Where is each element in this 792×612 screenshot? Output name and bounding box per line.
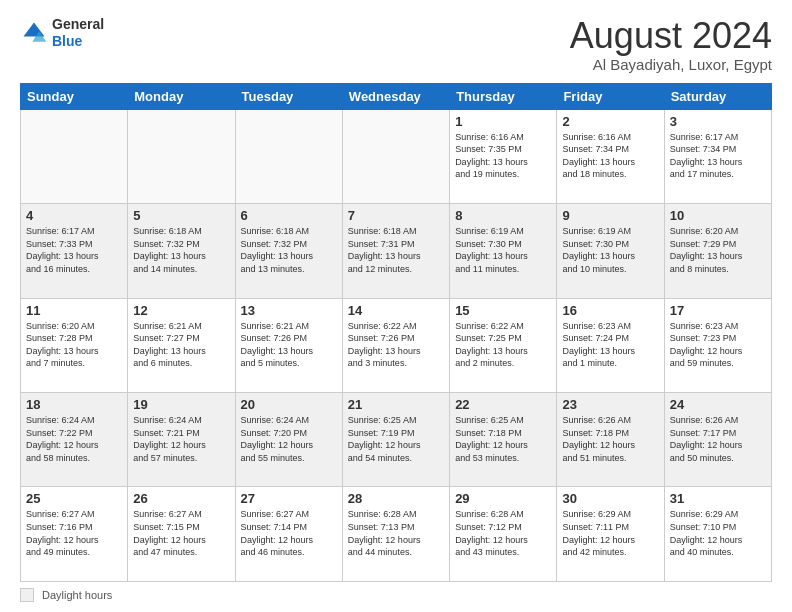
col-sunday: Sunday [21,83,128,109]
day-info: Sunrise: 6:18 AM Sunset: 7:32 PM Dayligh… [133,225,229,275]
day-number: 5 [133,208,229,223]
day-number: 14 [348,303,444,318]
day-number: 20 [241,397,337,412]
col-wednesday: Wednesday [342,83,449,109]
day-number: 27 [241,491,337,506]
day-info: Sunrise: 6:16 AM Sunset: 7:35 PM Dayligh… [455,131,551,181]
day-cell [21,109,128,203]
day-info: Sunrise: 6:27 AM Sunset: 7:15 PM Dayligh… [133,508,229,558]
day-number: 2 [562,114,658,129]
col-saturday: Saturday [664,83,771,109]
day-info: Sunrise: 6:21 AM Sunset: 7:27 PM Dayligh… [133,320,229,370]
day-number: 30 [562,491,658,506]
day-number: 17 [670,303,766,318]
day-number: 15 [455,303,551,318]
logo: General Blue [20,16,104,50]
day-cell [342,109,449,203]
day-info: Sunrise: 6:25 AM Sunset: 7:19 PM Dayligh… [348,414,444,464]
logo-icon [20,19,48,47]
day-number: 16 [562,303,658,318]
day-cell: 19Sunrise: 6:24 AM Sunset: 7:21 PM Dayli… [128,393,235,487]
day-info: Sunrise: 6:18 AM Sunset: 7:31 PM Dayligh… [348,225,444,275]
day-cell: 10Sunrise: 6:20 AM Sunset: 7:29 PM Dayli… [664,204,771,298]
day-cell: 28Sunrise: 6:28 AM Sunset: 7:13 PM Dayli… [342,487,449,582]
day-cell: 24Sunrise: 6:26 AM Sunset: 7:17 PM Dayli… [664,393,771,487]
day-cell: 4Sunrise: 6:17 AM Sunset: 7:33 PM Daylig… [21,204,128,298]
day-cell: 1Sunrise: 6:16 AM Sunset: 7:35 PM Daylig… [450,109,557,203]
day-cell [235,109,342,203]
day-info: Sunrise: 6:29 AM Sunset: 7:10 PM Dayligh… [670,508,766,558]
day-number: 28 [348,491,444,506]
day-info: Sunrise: 6:16 AM Sunset: 7:34 PM Dayligh… [562,131,658,181]
daylight-legend-box [20,588,34,602]
logo-text: General Blue [52,16,104,50]
day-info: Sunrise: 6:19 AM Sunset: 7:30 PM Dayligh… [455,225,551,275]
day-number: 22 [455,397,551,412]
day-info: Sunrise: 6:28 AM Sunset: 7:13 PM Dayligh… [348,508,444,558]
day-number: 25 [26,491,122,506]
day-number: 9 [562,208,658,223]
day-info: Sunrise: 6:26 AM Sunset: 7:18 PM Dayligh… [562,414,658,464]
day-number: 11 [26,303,122,318]
day-info: Sunrise: 6:19 AM Sunset: 7:30 PM Dayligh… [562,225,658,275]
day-cell [128,109,235,203]
col-tuesday: Tuesday [235,83,342,109]
footer: Daylight hours [20,588,772,602]
day-cell: 6Sunrise: 6:18 AM Sunset: 7:32 PM Daylig… [235,204,342,298]
day-cell: 2Sunrise: 6:16 AM Sunset: 7:34 PM Daylig… [557,109,664,203]
day-cell: 9Sunrise: 6:19 AM Sunset: 7:30 PM Daylig… [557,204,664,298]
day-info: Sunrise: 6:23 AM Sunset: 7:24 PM Dayligh… [562,320,658,370]
day-number: 23 [562,397,658,412]
week-row-5: 25Sunrise: 6:27 AM Sunset: 7:16 PM Dayli… [21,487,772,582]
day-info: Sunrise: 6:21 AM Sunset: 7:26 PM Dayligh… [241,320,337,370]
page: General Blue August 2024 Al Bayadiyah, L… [0,0,792,612]
day-cell: 7Sunrise: 6:18 AM Sunset: 7:31 PM Daylig… [342,204,449,298]
day-cell: 20Sunrise: 6:24 AM Sunset: 7:20 PM Dayli… [235,393,342,487]
week-row-1: 1Sunrise: 6:16 AM Sunset: 7:35 PM Daylig… [21,109,772,203]
day-info: Sunrise: 6:23 AM Sunset: 7:23 PM Dayligh… [670,320,766,370]
day-info: Sunrise: 6:24 AM Sunset: 7:21 PM Dayligh… [133,414,229,464]
day-number: 6 [241,208,337,223]
day-info: Sunrise: 6:18 AM Sunset: 7:32 PM Dayligh… [241,225,337,275]
day-cell: 12Sunrise: 6:21 AM Sunset: 7:27 PM Dayli… [128,298,235,392]
day-cell: 26Sunrise: 6:27 AM Sunset: 7:15 PM Dayli… [128,487,235,582]
calendar-table: Sunday Monday Tuesday Wednesday Thursday… [20,83,772,582]
day-number: 4 [26,208,122,223]
day-cell: 5Sunrise: 6:18 AM Sunset: 7:32 PM Daylig… [128,204,235,298]
day-info: Sunrise: 6:24 AM Sunset: 7:20 PM Dayligh… [241,414,337,464]
day-cell: 30Sunrise: 6:29 AM Sunset: 7:11 PM Dayli… [557,487,664,582]
day-number: 10 [670,208,766,223]
day-cell: 22Sunrise: 6:25 AM Sunset: 7:18 PM Dayli… [450,393,557,487]
day-cell: 27Sunrise: 6:27 AM Sunset: 7:14 PM Dayli… [235,487,342,582]
day-number: 31 [670,491,766,506]
day-number: 3 [670,114,766,129]
calendar-title: August 2024 [570,16,772,56]
day-info: Sunrise: 6:22 AM Sunset: 7:26 PM Dayligh… [348,320,444,370]
week-row-4: 18Sunrise: 6:24 AM Sunset: 7:22 PM Dayli… [21,393,772,487]
day-info: Sunrise: 6:29 AM Sunset: 7:11 PM Dayligh… [562,508,658,558]
day-number: 26 [133,491,229,506]
day-cell: 31Sunrise: 6:29 AM Sunset: 7:10 PM Dayli… [664,487,771,582]
day-cell: 15Sunrise: 6:22 AM Sunset: 7:25 PM Dayli… [450,298,557,392]
day-number: 7 [348,208,444,223]
day-cell: 3Sunrise: 6:17 AM Sunset: 7:34 PM Daylig… [664,109,771,203]
col-monday: Monday [128,83,235,109]
week-row-3: 11Sunrise: 6:20 AM Sunset: 7:28 PM Dayli… [21,298,772,392]
day-cell: 11Sunrise: 6:20 AM Sunset: 7:28 PM Dayli… [21,298,128,392]
day-info: Sunrise: 6:28 AM Sunset: 7:12 PM Dayligh… [455,508,551,558]
day-cell: 16Sunrise: 6:23 AM Sunset: 7:24 PM Dayli… [557,298,664,392]
day-info: Sunrise: 6:25 AM Sunset: 7:18 PM Dayligh… [455,414,551,464]
day-info: Sunrise: 6:27 AM Sunset: 7:14 PM Dayligh… [241,508,337,558]
header-row: Sunday Monday Tuesday Wednesday Thursday… [21,83,772,109]
day-cell: 18Sunrise: 6:24 AM Sunset: 7:22 PM Dayli… [21,393,128,487]
day-number: 18 [26,397,122,412]
day-cell: 29Sunrise: 6:28 AM Sunset: 7:12 PM Dayli… [450,487,557,582]
day-info: Sunrise: 6:20 AM Sunset: 7:28 PM Dayligh… [26,320,122,370]
day-cell: 21Sunrise: 6:25 AM Sunset: 7:19 PM Dayli… [342,393,449,487]
day-info: Sunrise: 6:17 AM Sunset: 7:33 PM Dayligh… [26,225,122,275]
day-number: 1 [455,114,551,129]
day-number: 13 [241,303,337,318]
day-info: Sunrise: 6:20 AM Sunset: 7:29 PM Dayligh… [670,225,766,275]
day-info: Sunrise: 6:17 AM Sunset: 7:34 PM Dayligh… [670,131,766,181]
day-number: 29 [455,491,551,506]
